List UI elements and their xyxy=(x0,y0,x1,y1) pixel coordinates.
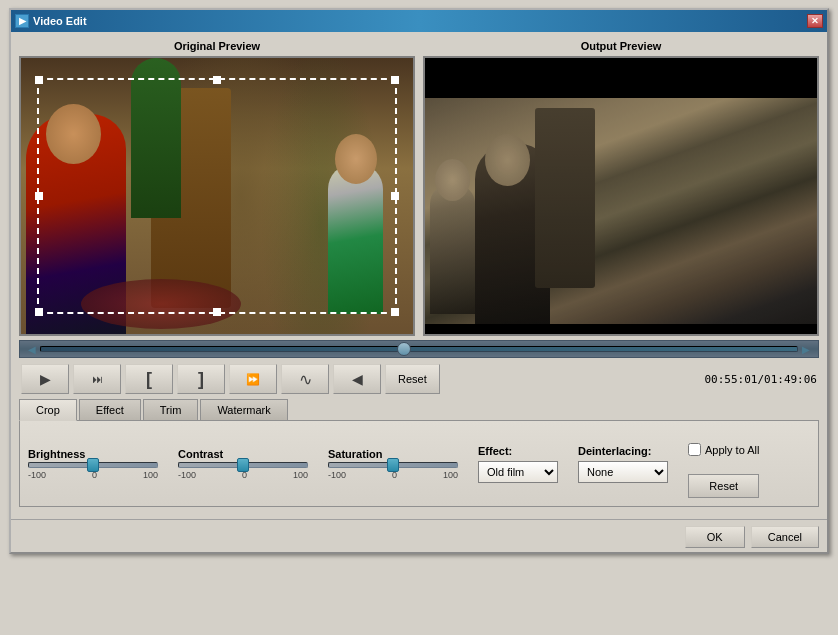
waveform-icon: ∿ xyxy=(299,370,312,389)
effects-reset-button[interactable]: Reset xyxy=(688,474,759,498)
mark-in-icon: [ xyxy=(146,369,152,390)
effect-label: Effect: xyxy=(478,445,558,457)
crop-handle-bl[interactable] xyxy=(35,308,43,316)
sepia-head-r xyxy=(435,159,470,201)
next-mark-icon: ⏩ xyxy=(246,373,260,386)
sepia-body-r xyxy=(430,184,475,314)
play-button[interactable]: ▶ xyxy=(21,364,69,394)
time-display: 00:55:01/01:49:06 xyxy=(704,373,817,386)
step-forward-icon: ⏭ xyxy=(92,373,103,385)
original-preview-panel: Original Preview xyxy=(19,40,415,336)
tab-watermark[interactable]: Watermark xyxy=(200,399,287,421)
bottom-bar: OK Cancel xyxy=(11,519,827,552)
output-preview-panel: Output Preview xyxy=(423,40,819,336)
saturation-track[interactable] xyxy=(328,462,458,468)
brightness-track[interactable] xyxy=(28,462,158,468)
seekbar-left-arrow[interactable]: ◀ xyxy=(28,344,36,355)
deinterlacing-label: Deinterlacing: xyxy=(578,445,668,457)
window-title: Video Edit xyxy=(33,15,87,27)
original-preview-label: Original Preview xyxy=(19,40,415,52)
close-button[interactable]: ✕ xyxy=(807,14,823,28)
seekbar-track[interactable] xyxy=(40,346,798,352)
title-bar: ▶ Video Edit ✕ xyxy=(11,10,827,32)
video-edit-window: ▶ Video Edit ✕ Original Preview xyxy=(9,8,829,554)
sepia-furniture xyxy=(535,108,595,288)
controls-bar: ▶ ⏭ [ ] ⏩ ∿ ◀ Reset 00:55:01/01:49:06 xyxy=(19,360,819,398)
tab-trim[interactable]: Trim xyxy=(143,399,199,421)
original-preview-frame xyxy=(19,56,415,336)
title-bar-left: ▶ Video Edit xyxy=(15,14,87,28)
play-icon: ▶ xyxy=(40,371,51,387)
crop-handle-ml[interactable] xyxy=(35,192,43,200)
window-icon: ▶ xyxy=(15,14,29,28)
sepia-head-l xyxy=(485,134,530,186)
contrast-thumb[interactable] xyxy=(237,458,249,472)
back-button[interactable]: ◀ xyxy=(333,364,381,394)
sepia-scene xyxy=(425,98,817,324)
contrast-min: -100 xyxy=(178,470,196,480)
seekbar-thumb[interactable] xyxy=(397,342,411,356)
saturation-max: 100 xyxy=(443,470,458,480)
crop-handle-br[interactable] xyxy=(391,308,399,316)
sepia-figure-right xyxy=(430,159,485,314)
tab-watermark-label: Watermark xyxy=(217,404,270,416)
saturation-min: -100 xyxy=(328,470,346,480)
back-icon: ◀ xyxy=(352,371,363,387)
apply-all-group: Apply to All xyxy=(688,443,759,456)
apply-to-all-label: Apply to All xyxy=(705,444,759,456)
mark-out-icon: ] xyxy=(198,369,204,390)
output-preview-frame xyxy=(423,56,819,336)
contrast-slider-wrapper xyxy=(178,462,308,468)
deinterlacing-dropdown-group: Deinterlacing: None Linear Blend xyxy=(578,445,668,483)
tab-crop-label: Crop xyxy=(36,404,60,416)
crop-handle-tr[interactable] xyxy=(391,76,399,84)
window-content: Original Preview xyxy=(11,32,827,515)
crop-handle-bm[interactable] xyxy=(213,308,221,316)
tab-effect[interactable]: Effect xyxy=(79,399,141,421)
crop-selection[interactable] xyxy=(37,78,397,314)
effects-row: Brightness -100 0 100 Contrast xyxy=(28,429,810,498)
cancel-button[interactable]: Cancel xyxy=(751,526,819,548)
letterbox-top xyxy=(425,58,817,98)
seekbar-container: ◀ ▶ xyxy=(19,340,819,358)
saturation-group: Saturation -100 0 100 xyxy=(328,448,458,480)
output-preview-label: Output Preview xyxy=(423,40,819,52)
next-mark-button[interactable]: ⏩ xyxy=(229,364,277,394)
crop-handle-tm[interactable] xyxy=(213,76,221,84)
contrast-group: Contrast -100 0 100 xyxy=(178,448,308,480)
preview-section: Original Preview xyxy=(19,40,819,336)
contrast-track[interactable] xyxy=(178,462,308,468)
crop-handle-mr[interactable] xyxy=(391,192,399,200)
tabs-container: Crop Effect Trim Watermark xyxy=(19,398,819,420)
brightness-group: Brightness -100 0 100 xyxy=(28,448,158,480)
seekbar-right-arrow[interactable]: ▶ xyxy=(802,344,810,355)
crop-handle-tl[interactable] xyxy=(35,76,43,84)
letterbox-bottom xyxy=(425,324,817,334)
tab-effect-label: Effect xyxy=(96,404,124,416)
saturation-slider-wrapper xyxy=(328,462,458,468)
brightness-max: 100 xyxy=(143,470,158,480)
effect-select[interactable]: Old film None Grayscale Sepia xyxy=(478,461,558,483)
transport-reset-button[interactable]: Reset xyxy=(385,364,440,394)
step-forward-button[interactable]: ⏭ xyxy=(73,364,121,394)
apply-to-all-checkbox[interactable] xyxy=(688,443,701,456)
tab-crop[interactable]: Crop xyxy=(19,399,77,421)
effect-dropdown-group: Effect: Old film None Grayscale Sepia xyxy=(478,445,558,483)
deinterlacing-select[interactable]: None Linear Blend xyxy=(578,461,668,483)
apply-reset-group: Apply to All Reset xyxy=(688,429,759,498)
mark-in-button[interactable]: [ xyxy=(125,364,173,394)
mark-out-button[interactable]: ] xyxy=(177,364,225,394)
brightness-min: -100 xyxy=(28,470,46,480)
tab-trim-label: Trim xyxy=(160,404,182,416)
waveform-button[interactable]: ∿ xyxy=(281,364,329,394)
contrast-max: 100 xyxy=(293,470,308,480)
effects-panel: Brightness -100 0 100 Contrast xyxy=(19,420,819,507)
saturation-thumb[interactable] xyxy=(387,458,399,472)
brightness-slider-wrapper xyxy=(28,462,158,468)
brightness-thumb[interactable] xyxy=(87,458,99,472)
ok-button[interactable]: OK xyxy=(685,526,745,548)
